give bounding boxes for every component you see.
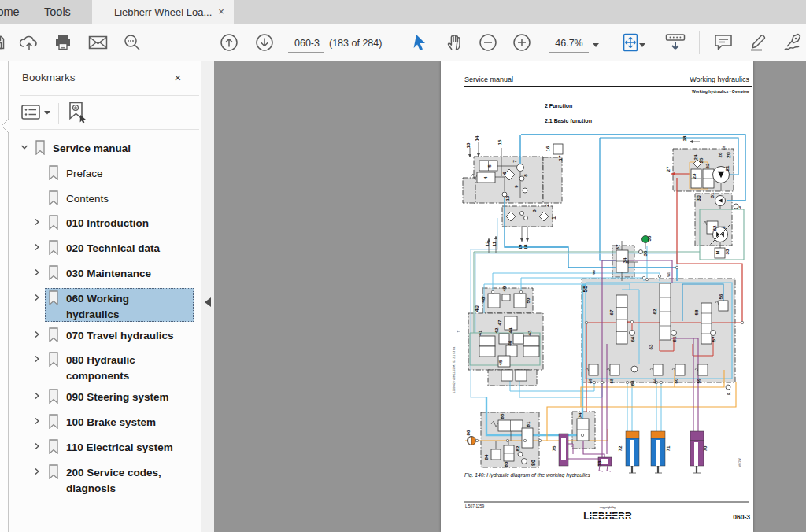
- page-up-icon[interactable]: [220, 24, 238, 61]
- svg-text:65: 65: [630, 380, 635, 386]
- svg-text:17: 17: [557, 155, 563, 161]
- tab-document-label: Liebherr Wheel Loa...: [114, 0, 212, 24]
- svg-text:50: 50: [525, 297, 531, 303]
- panel-collapse-notch[interactable]: [0, 119, 9, 133]
- fill-sign-icon[interactable]: [782, 24, 806, 61]
- svg-text:14: 14: [474, 135, 479, 141]
- svg-text:82: 82: [515, 445, 520, 451]
- svg-text:28: 28: [682, 135, 687, 141]
- svg-text:33: 33: [724, 249, 730, 254]
- svg-text:24: 24: [693, 154, 698, 160]
- svg-text:69: 69: [587, 378, 593, 383]
- page-number-input[interactable]: 060-3: [290, 38, 324, 49]
- svg-text:19: 19: [517, 244, 523, 249]
- chevron-right-icon[interactable]: [33, 392, 41, 400]
- chevron-right-icon[interactable]: [33, 218, 41, 226]
- chevron-right-icon[interactable]: [33, 442, 41, 450]
- svg-text:41: 41: [477, 330, 482, 335]
- svg-text:37: 37: [615, 244, 620, 249]
- svg-text:68: 68: [608, 378, 614, 383]
- search-loupe-icon[interactable]: [123, 24, 142, 61]
- bookmark-label: Service manual: [53, 142, 131, 154]
- panel-collapse-handle[interactable]: [205, 297, 211, 307]
- svg-text:T: T: [457, 330, 460, 332]
- svg-text:M: M: [715, 250, 720, 254]
- zoom-level-input[interactable]: 46.7%: [549, 38, 589, 49]
- tab-close-icon[interactable]: ×: [215, 6, 227, 18]
- tab-home[interactable]: Home: [0, 0, 20, 24]
- svg-text:20: 20: [726, 152, 731, 158]
- svg-text:81: 81: [525, 421, 531, 427]
- svg-text:23: 23: [691, 173, 697, 179]
- svg-text:44: 44: [508, 327, 513, 333]
- bookmark-icon: [49, 240, 58, 255]
- chevron-right-icon[interactable]: [33, 417, 41, 425]
- svg-text:Service manual: Service manual: [464, 76, 513, 83]
- fit-page-caret-icon[interactable]: [639, 43, 645, 47]
- chevron-right-icon[interactable]: [33, 294, 41, 301]
- bookmark-icon: [49, 389, 58, 404]
- toolbar-separator-2: [699, 31, 700, 54]
- svg-text:71: 71: [665, 445, 671, 451]
- bookmark-icon: [49, 439, 58, 454]
- chevron-right-icon[interactable]: [33, 331, 41, 338]
- bookmark-label: 080 Hydraulic: [66, 354, 135, 366]
- svg-text:62: 62: [652, 308, 657, 314]
- svg-text:60: 60: [673, 378, 678, 383]
- svg-text:66: 66: [630, 336, 635, 342]
- bookmark-label: 010 Introduction: [66, 217, 149, 229]
- svg-text:9: 9: [513, 185, 519, 188]
- svg-text:Fig. 140: Hydraulic diagram of: Fig. 140: Hydraulic diagram of the worki…: [464, 472, 590, 478]
- zoom-in-icon[interactable]: [512, 24, 531, 61]
- comment-icon[interactable]: [713, 24, 733, 61]
- toolbar: 060-3 (183 of 284) 46.7%: [0, 24, 806, 61]
- scroll-mode-icon[interactable]: [665, 24, 686, 61]
- svg-text:15: 15: [497, 139, 502, 145]
- svg-text:74: 74: [577, 412, 582, 418]
- zoom-out-icon[interactable]: [479, 24, 497, 61]
- zoom-caret-icon[interactable]: [593, 43, 599, 47]
- bookmark-label: Preface: [66, 168, 103, 179]
- svg-text:80: 80: [531, 460, 536, 466]
- bookmark-icon: [49, 215, 58, 230]
- svg-text:7: 7: [512, 160, 517, 163]
- svg-text:46: 46: [507, 340, 512, 345]
- select-tool-icon[interactable]: [412, 24, 428, 61]
- svg-text:61: 61: [671, 336, 677, 342]
- acrobat-window: Home Tools Liebherr Wheel Loa... × 060-3: [0, 0, 806, 532]
- email-icon[interactable]: [88, 24, 108, 61]
- hydraulic-diagram: 1314151617546789102311211191837363534282…: [441, 61, 753, 532]
- chevron-right-icon[interactable]: [33, 243, 41, 251]
- panel-splitter[interactable]: [201, 61, 214, 532]
- highlight-icon[interactable]: [748, 24, 767, 61]
- bookmark-label: 020 Technical data: [66, 242, 160, 254]
- hand-tool-icon[interactable]: [446, 24, 464, 61]
- tab-bar: Home Tools Liebherr Wheel Loa... ×: [0, 0, 806, 24]
- chevron-right-icon[interactable]: [33, 467, 41, 475]
- bookmark-label: 090 Steering system: [66, 391, 169, 403]
- svg-text:59: 59: [696, 378, 701, 383]
- fit-page-icon[interactable]: [622, 24, 639, 61]
- tab-document[interactable]: Liebherr Wheel Loa... ×: [92, 0, 234, 24]
- svg-text:2 Function: 2 Function: [545, 103, 572, 109]
- chevron-right-icon[interactable]: [33, 355, 41, 363]
- pdf-page: 1314151617546789102311211191837363534282…: [441, 61, 753, 532]
- bookmark-label: 070 Travel hydraulics: [66, 330, 174, 342]
- svg-text:36: 36: [646, 235, 652, 241]
- bookmark-label: hydraulics: [66, 308, 120, 320]
- chevron-right-icon[interactable]: [33, 268, 41, 276]
- svg-text:V60: V60: [593, 270, 596, 275]
- svg-text:45: 45: [497, 360, 503, 365]
- bookmarks-panel: Bookmarks × Service manualPrefaceContent…: [9, 61, 201, 532]
- svg-text:70: 70: [702, 445, 708, 451]
- svg-text:56: 56: [718, 294, 723, 299]
- tab-tools[interactable]: Tools: [43, 0, 72, 24]
- print-icon[interactable]: [54, 24, 72, 61]
- svg-text:49: 49: [501, 286, 507, 291]
- document-canvas[interactable]: 1314151617546789102311211191837363534282…: [214, 61, 806, 532]
- chevron-down-icon[interactable]: [20, 143, 28, 151]
- svg-text:58: 58: [693, 309, 699, 315]
- cloud-upload-icon[interactable]: [19, 24, 39, 61]
- save-icon[interactable]: [0, 24, 6, 61]
- page-down-icon[interactable]: [255, 24, 274, 61]
